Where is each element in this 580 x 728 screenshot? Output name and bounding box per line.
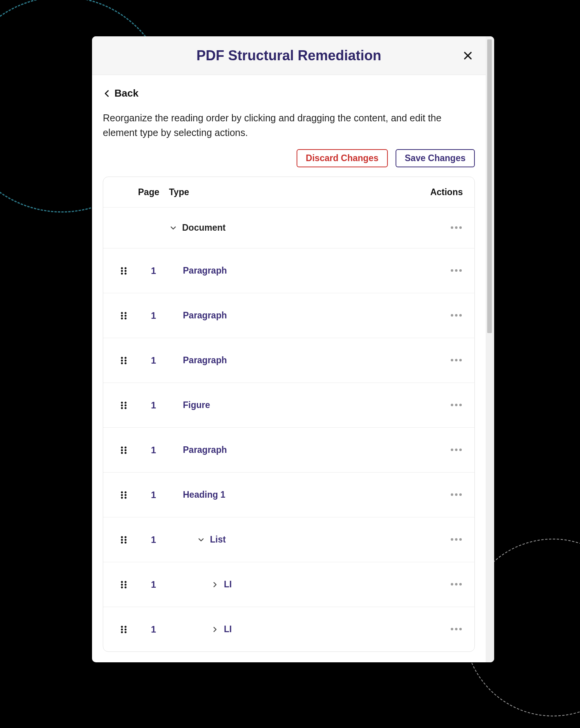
svg-point-26: [125, 362, 126, 364]
expand-toggle[interactable]: [169, 224, 177, 232]
save-changes-button[interactable]: Save Changes: [396, 149, 475, 167]
drag-handle[interactable]: [109, 310, 138, 321]
row-actions-button[interactable]: [450, 312, 463, 319]
drag-handle[interactable]: [109, 534, 138, 545]
svg-point-12: [121, 312, 123, 314]
table-body: Document1Paragraph1Paragraph1Paragraph1F…: [103, 207, 474, 651]
row-actions-button[interactable]: [450, 402, 463, 409]
svg-point-38: [459, 403, 462, 406]
chevron-down-icon: [197, 536, 205, 544]
svg-point-28: [455, 359, 457, 361]
table-row[interactable]: 1Heading 1: [103, 472, 474, 517]
page-cell: 1: [138, 445, 169, 456]
row-actions-button[interactable]: [450, 536, 463, 543]
svg-point-43: [121, 452, 123, 454]
svg-point-82: [455, 628, 457, 630]
svg-point-67: [125, 581, 126, 583]
table-row[interactable]: 1LI: [103, 562, 474, 607]
row-actions-button[interactable]: [450, 357, 463, 364]
row-actions-button[interactable]: [450, 626, 463, 633]
actions-cell: [416, 312, 463, 319]
svg-point-46: [455, 448, 457, 451]
row-actions-button[interactable]: [450, 447, 463, 454]
column-header-type: Type: [169, 187, 416, 197]
type-label: Heading 1: [183, 490, 225, 500]
svg-point-2: [459, 226, 462, 228]
svg-point-74: [459, 583, 462, 585]
row-actions-button[interactable]: [450, 492, 463, 498]
drag-handle-icon: [118, 310, 129, 321]
svg-point-36: [451, 403, 453, 406]
drag-handle[interactable]: [109, 579, 138, 590]
type-cell: Paragraph: [169, 355, 416, 366]
page-cell: 1: [138, 534, 169, 545]
expand-toggle[interactable]: [211, 580, 219, 589]
table-row[interactable]: 1Paragraph: [103, 293, 474, 338]
svg-point-40: [125, 446, 126, 448]
type-label: Paragraph: [183, 355, 227, 366]
discard-changes-button[interactable]: Discard Changes: [297, 149, 388, 167]
scrollbar[interactable]: [486, 36, 494, 662]
drag-handle[interactable]: [109, 445, 138, 456]
svg-point-5: [121, 270, 123, 272]
actions-cell: [416, 267, 463, 274]
drag-handle[interactable]: [109, 624, 138, 635]
type-label: Paragraph: [183, 310, 227, 321]
svg-point-29: [459, 359, 462, 361]
svg-point-55: [455, 493, 457, 495]
close-button[interactable]: [459, 47, 476, 64]
expand-toggle[interactable]: [211, 625, 219, 634]
actions-cell: [416, 447, 463, 454]
svg-point-63: [451, 538, 453, 540]
row-actions-button[interactable]: [450, 267, 463, 274]
table-row[interactable]: 1Paragraph: [103, 338, 474, 383]
svg-point-79: [121, 631, 123, 633]
drag-handle-icon: [118, 624, 129, 635]
type-label: Paragraph: [183, 265, 227, 276]
actions-cell: [416, 581, 463, 588]
svg-point-10: [455, 269, 457, 271]
svg-point-44: [125, 452, 126, 454]
page-cell: 1: [138, 624, 169, 635]
scrollbar-thumb[interactable]: [487, 39, 492, 333]
drag-handle[interactable]: [109, 490, 138, 500]
table-row[interactable]: Document: [103, 207, 474, 248]
svg-point-13: [125, 312, 126, 314]
type-label: Figure: [183, 400, 210, 410]
type-label: Document: [182, 223, 225, 233]
more-icon: [450, 447, 463, 452]
svg-point-8: [125, 272, 126, 274]
svg-point-65: [459, 538, 462, 540]
svg-point-59: [121, 539, 123, 541]
drag-handle[interactable]: [109, 265, 138, 276]
chevron-right-icon: [211, 625, 219, 634]
svg-point-80: [125, 631, 126, 633]
drag-handle[interactable]: [109, 355, 138, 366]
table-row[interactable]: 1Figure: [103, 383, 474, 427]
table-row[interactable]: 1LI: [103, 607, 474, 651]
svg-point-23: [121, 359, 123, 361]
svg-point-56: [459, 493, 462, 495]
table-row[interactable]: 1Paragraph: [103, 427, 474, 472]
row-actions-button[interactable]: [450, 581, 463, 588]
svg-point-61: [121, 541, 123, 543]
more-icon: [450, 627, 463, 631]
expand-toggle[interactable]: [197, 536, 205, 544]
drag-handle[interactable]: [109, 400, 138, 411]
svg-point-78: [125, 628, 126, 630]
svg-point-69: [125, 583, 126, 585]
back-button[interactable]: Back: [103, 87, 475, 99]
table-row[interactable]: 1Paragraph: [103, 248, 474, 293]
table-row[interactable]: 1List: [103, 517, 474, 562]
chevron-down-icon: [169, 224, 177, 232]
type-label: List: [210, 534, 226, 545]
row-actions-button[interactable]: [450, 225, 463, 231]
svg-point-6: [125, 270, 126, 272]
svg-point-48: [121, 491, 123, 493]
page-cell: 1: [138, 400, 169, 411]
svg-point-66: [121, 581, 123, 583]
more-icon: [450, 537, 463, 542]
button-row: Discard Changes Save Changes: [103, 149, 475, 167]
drag-handle-icon: [118, 355, 129, 366]
svg-point-50: [121, 494, 123, 496]
